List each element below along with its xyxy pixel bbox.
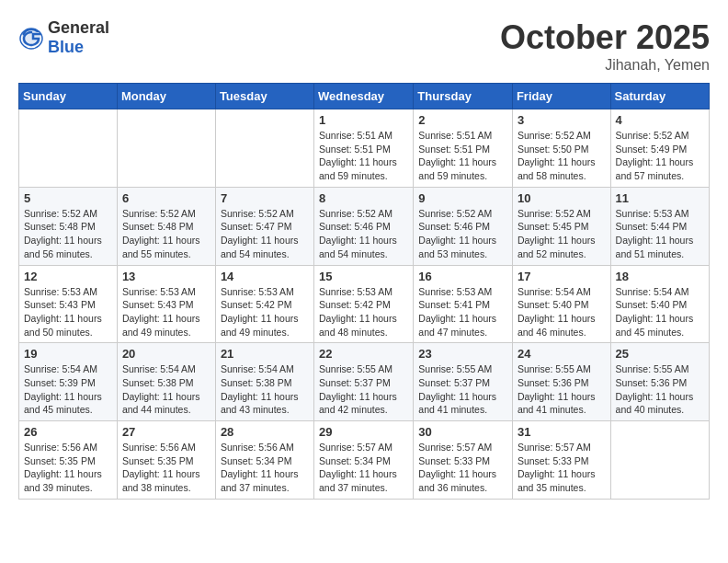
day-info: Sunrise: 5:55 AM Sunset: 5:36 PM Dayligh… (518, 362, 606, 417)
calendar-cell: 18Sunrise: 5:54 AM Sunset: 5:40 PM Dayli… (610, 265, 709, 343)
day-info: Sunrise: 5:52 AM Sunset: 5:45 PM Dayligh… (518, 207, 606, 261)
day-info: Sunrise: 5:53 AM Sunset: 5:42 PM Dayligh… (319, 285, 408, 339)
logo-general: General (48, 18, 109, 37)
calendar-cell (117, 109, 215, 188)
day-number: 31 (518, 425, 606, 439)
calendar-cell: 15Sunrise: 5:53 AM Sunset: 5:42 PM Dayli… (314, 265, 414, 343)
day-info: Sunrise: 5:53 AM Sunset: 5:42 PM Dayligh… (221, 285, 309, 339)
day-number: 3 (518, 113, 606, 127)
weekday-header-wednesday: Wednesday (314, 84, 414, 109)
calendar-cell: 10Sunrise: 5:52 AM Sunset: 5:45 PM Dayli… (512, 187, 610, 265)
day-number: 15 (319, 270, 408, 283)
day-info: Sunrise: 5:51 AM Sunset: 5:51 PM Dayligh… (418, 129, 507, 183)
day-number: 17 (518, 270, 606, 283)
calendar-cell: 2Sunrise: 5:51 AM Sunset: 5:51 PM Daylig… (414, 109, 513, 188)
calendar-week-row: 5Sunrise: 5:52 AM Sunset: 5:48 PM Daylig… (19, 187, 710, 265)
day-info: Sunrise: 5:54 AM Sunset: 5:38 PM Dayligh… (221, 362, 309, 417)
day-info: Sunrise: 5:56 AM Sunset: 5:35 PM Dayligh… (24, 441, 112, 495)
day-number: 16 (418, 270, 507, 283)
day-number: 27 (122, 425, 210, 439)
day-number: 14 (221, 270, 309, 283)
weekday-header-saturday: Saturday (610, 84, 709, 109)
calendar-cell: 20Sunrise: 5:54 AM Sunset: 5:38 PM Dayli… (117, 343, 215, 421)
day-info: Sunrise: 5:52 AM Sunset: 5:48 PM Dayligh… (24, 207, 112, 261)
day-number: 23 (418, 347, 507, 361)
location-title: Jihanah, Yemen (500, 57, 710, 74)
day-number: 5 (24, 191, 112, 205)
day-number: 12 (24, 270, 112, 283)
day-number: 8 (319, 191, 408, 205)
day-info: Sunrise: 5:56 AM Sunset: 5:34 PM Dayligh… (221, 441, 309, 495)
day-info: Sunrise: 5:57 AM Sunset: 5:34 PM Dayligh… (319, 441, 408, 495)
logo-icon (18, 25, 44, 51)
weekday-header-monday: Monday (117, 84, 215, 109)
calendar-cell: 28Sunrise: 5:56 AM Sunset: 5:34 PM Dayli… (215, 421, 313, 500)
calendar-cell: 11Sunrise: 5:53 AM Sunset: 5:44 PM Dayli… (610, 187, 709, 265)
day-number: 29 (319, 425, 408, 439)
calendar-table: SundayMondayTuesdayWednesdayThursdayFrid… (18, 83, 710, 500)
calendar-cell: 8Sunrise: 5:52 AM Sunset: 5:46 PM Daylig… (314, 187, 414, 265)
month-title: October 2025 (500, 18, 710, 57)
day-info: Sunrise: 5:57 AM Sunset: 5:33 PM Dayligh… (418, 441, 507, 495)
calendar-cell: 3Sunrise: 5:52 AM Sunset: 5:50 PM Daylig… (512, 109, 610, 188)
day-number: 9 (418, 191, 507, 205)
day-number: 6 (122, 191, 210, 205)
calendar-cell: 13Sunrise: 5:53 AM Sunset: 5:43 PM Dayli… (117, 265, 215, 343)
day-info: Sunrise: 5:57 AM Sunset: 5:33 PM Dayligh… (518, 441, 606, 495)
page-header: General Blue October 2025 Jihanah, Yemen (18, 18, 710, 74)
day-info: Sunrise: 5:56 AM Sunset: 5:35 PM Dayligh… (122, 441, 210, 495)
calendar-cell: 31Sunrise: 5:57 AM Sunset: 5:33 PM Dayli… (512, 421, 610, 500)
calendar-week-row: 26Sunrise: 5:56 AM Sunset: 5:35 PM Dayli… (19, 421, 710, 500)
calendar-cell: 22Sunrise: 5:55 AM Sunset: 5:37 PM Dayli… (314, 343, 414, 421)
day-number: 13 (122, 270, 210, 283)
calendar-cell: 17Sunrise: 5:54 AM Sunset: 5:40 PM Dayli… (512, 265, 610, 343)
calendar-cell: 12Sunrise: 5:53 AM Sunset: 5:43 PM Dayli… (19, 265, 118, 343)
day-number: 28 (221, 425, 309, 439)
calendar-cell: 24Sunrise: 5:55 AM Sunset: 5:36 PM Dayli… (512, 343, 610, 421)
logo-text: General Blue (48, 18, 109, 57)
day-info: Sunrise: 5:54 AM Sunset: 5:39 PM Dayligh… (24, 362, 112, 417)
calendar-cell (19, 109, 118, 188)
day-number: 21 (221, 347, 309, 361)
day-info: Sunrise: 5:52 AM Sunset: 5:48 PM Dayligh… (122, 207, 210, 261)
day-number: 24 (518, 347, 606, 361)
logo: General Blue (18, 18, 109, 57)
day-info: Sunrise: 5:54 AM Sunset: 5:38 PM Dayligh… (122, 362, 210, 417)
calendar-cell: 26Sunrise: 5:56 AM Sunset: 5:35 PM Dayli… (19, 421, 118, 500)
calendar-cell: 25Sunrise: 5:55 AM Sunset: 5:36 PM Dayli… (610, 343, 709, 421)
day-number: 2 (418, 113, 507, 127)
day-number: 26 (24, 425, 112, 439)
calendar-cell (215, 109, 313, 188)
calendar-cell: 14Sunrise: 5:53 AM Sunset: 5:42 PM Dayli… (215, 265, 313, 343)
day-info: Sunrise: 5:55 AM Sunset: 5:37 PM Dayligh… (319, 362, 408, 417)
day-number: 20 (122, 347, 210, 361)
calendar-cell: 30Sunrise: 5:57 AM Sunset: 5:33 PM Dayli… (414, 421, 513, 500)
calendar-cell (610, 421, 709, 500)
calendar-cell: 5Sunrise: 5:52 AM Sunset: 5:48 PM Daylig… (19, 187, 118, 265)
day-number: 4 (616, 113, 704, 127)
day-number: 1 (319, 113, 408, 127)
calendar-cell: 27Sunrise: 5:56 AM Sunset: 5:35 PM Dayli… (117, 421, 215, 500)
calendar-week-row: 12Sunrise: 5:53 AM Sunset: 5:43 PM Dayli… (19, 265, 710, 343)
logo-blue: Blue (48, 38, 84, 56)
day-number: 7 (221, 191, 309, 205)
weekday-header-sunday: Sunday (19, 84, 118, 109)
day-number: 18 (616, 270, 704, 283)
day-info: Sunrise: 5:54 AM Sunset: 5:40 PM Dayligh… (616, 285, 704, 339)
calendar-header-row: SundayMondayTuesdayWednesdayThursdayFrid… (19, 84, 710, 109)
day-number: 22 (319, 347, 408, 361)
calendar-cell: 1Sunrise: 5:51 AM Sunset: 5:51 PM Daylig… (314, 109, 414, 188)
day-info: Sunrise: 5:52 AM Sunset: 5:46 PM Dayligh… (418, 207, 507, 261)
calendar-cell: 6Sunrise: 5:52 AM Sunset: 5:48 PM Daylig… (117, 187, 215, 265)
day-info: Sunrise: 5:55 AM Sunset: 5:36 PM Dayligh… (616, 362, 704, 417)
calendar-cell: 21Sunrise: 5:54 AM Sunset: 5:38 PM Dayli… (215, 343, 313, 421)
day-info: Sunrise: 5:53 AM Sunset: 5:43 PM Dayligh… (122, 285, 210, 339)
calendar-cell: 19Sunrise: 5:54 AM Sunset: 5:39 PM Dayli… (19, 343, 118, 421)
weekday-header-thursday: Thursday (414, 84, 513, 109)
day-info: Sunrise: 5:55 AM Sunset: 5:37 PM Dayligh… (418, 362, 507, 417)
day-number: 30 (418, 425, 507, 439)
day-info: Sunrise: 5:53 AM Sunset: 5:44 PM Dayligh… (616, 207, 704, 261)
calendar-cell: 29Sunrise: 5:57 AM Sunset: 5:34 PM Dayli… (314, 421, 414, 500)
day-info: Sunrise: 5:52 AM Sunset: 5:49 PM Dayligh… (616, 129, 704, 183)
weekday-header-tuesday: Tuesday (215, 84, 313, 109)
